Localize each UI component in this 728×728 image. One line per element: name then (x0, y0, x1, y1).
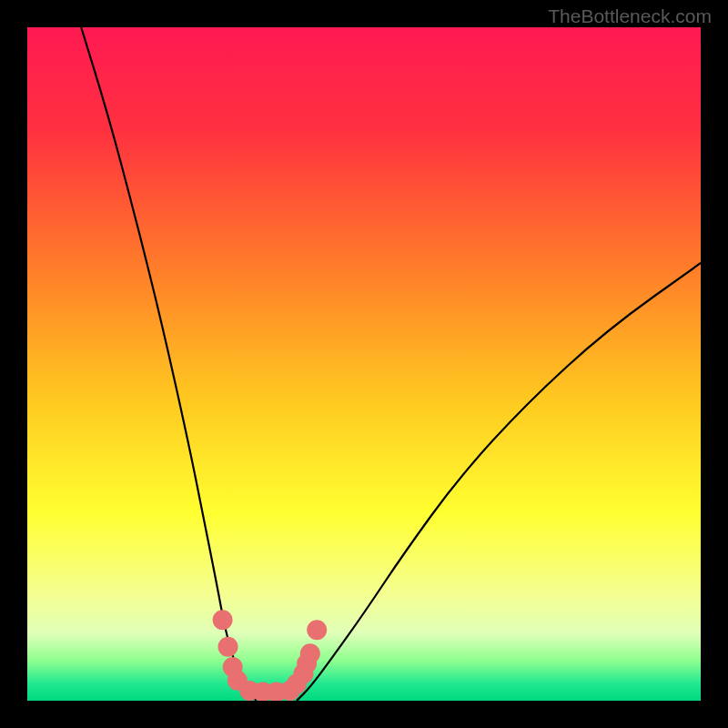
plot-area (27, 27, 701, 701)
right-curve (297, 263, 701, 701)
curves-layer (27, 27, 701, 701)
left-curve (81, 27, 256, 701)
data-marker (213, 610, 233, 630)
data-marker (307, 620, 327, 640)
watermark-text: TheBottleneck.com (548, 5, 712, 27)
data-marker (218, 637, 238, 657)
data-marker (300, 643, 320, 663)
